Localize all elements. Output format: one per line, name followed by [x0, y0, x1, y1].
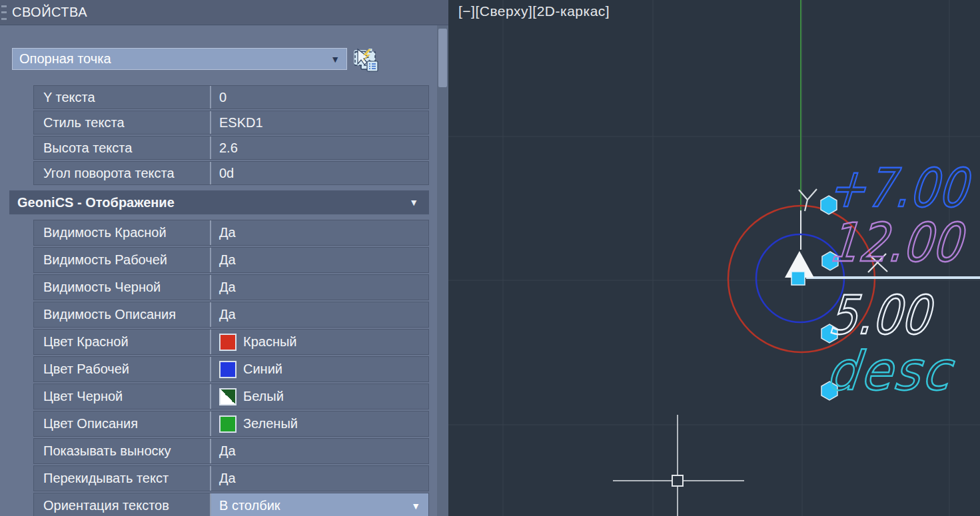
property-value[interactable]: Зеленый — [211, 411, 428, 436]
palette-scrollbar[interactable] — [437, 25, 448, 516]
property-value[interactable]: Синий — [211, 357, 428, 382]
property-row[interactable]: Видимость ОписанияДа — [33, 302, 429, 328]
property-row[interactable]: Высота текста2.6 — [33, 136, 429, 160]
property-label: Показывать выноску — [34, 439, 211, 463]
section-header[interactable]: GeoniCS - Отображение▼ — [9, 190, 429, 214]
y-axis-glyph — [799, 189, 817, 211]
crosshair-cursor — [613, 415, 744, 516]
property-label: Видимость Описания — [34, 302, 211, 327]
property-row[interactable]: Цвет КраснойКрасный — [33, 329, 429, 355]
viewport-controls-label[interactable]: [−][Сверху][2D-каркас] — [458, 3, 610, 19]
palette-toolbar — [352, 47, 436, 75]
drawing-viewport[interactable]: [−][Сверху][2D-каркас] +7.00 12.00 5.00 … — [448, 0, 980, 516]
property-value[interactable]: Да — [211, 220, 428, 245]
property-label: Видимость Черной — [34, 275, 211, 300]
property-row[interactable]: Цвет ЧернойБелый — [33, 384, 429, 409]
property-value[interactable]: ESKD1 — [211, 111, 428, 134]
palette-grip-icon[interactable] — [1, 5, 7, 20]
property-value[interactable]: Да — [211, 466, 428, 491]
palette-title: СВОЙСТВА — [12, 5, 87, 20]
property-value[interactable]: Да — [211, 275, 428, 300]
property-row[interactable]: Видимость ЧернойДа — [33, 274, 429, 300]
property-label: Цвет Рабочей — [34, 357, 211, 382]
property-label: Y текста — [34, 86, 211, 109]
property-row[interactable]: Показывать выноскуДа — [33, 438, 429, 464]
property-label: Перекидывать текст — [34, 466, 211, 491]
object-type-select[interactable]: Опорная точка ▼ — [12, 48, 347, 70]
property-row[interactable]: Стиль текстаESKD1 — [33, 111, 429, 134]
quick-select-icon[interactable] — [381, 47, 407, 75]
elevation-text-red[interactable]: +7.00 — [826, 162, 970, 215]
property-value[interactable]: 0 — [211, 86, 428, 109]
property-label: Угол поворота текста — [34, 162, 211, 184]
property-label: Видимость Рабочей — [34, 248, 211, 272]
color-swatch — [219, 334, 237, 351]
property-value[interactable]: 2.6 — [211, 136, 428, 159]
property-value[interactable]: Да — [211, 302, 428, 327]
application-window: СВОЙСТВА Опорная точка ▼ — [0, 0, 980, 516]
color-swatch — [219, 361, 237, 378]
property-row[interactable]: Угол поворота текста0d — [33, 161, 429, 185]
elevation-text-work[interactable]: 12.00 — [827, 216, 965, 270]
property-row[interactable]: Y текста0 — [33, 85, 429, 109]
property-label: Видимость Красной — [34, 220, 211, 245]
property-row[interactable]: Видимость РабочейДа — [33, 247, 429, 273]
property-grid: Y текста0Стиль текстаESKD1Высота текста2… — [33, 85, 429, 516]
property-label: Цвет Описания — [34, 411, 211, 436]
property-label: Высота текста — [34, 136, 211, 159]
square-grip[interactable] — [791, 272, 805, 285]
select-objects-icon[interactable] — [410, 47, 436, 75]
property-value[interactable]: Красный — [211, 330, 428, 354]
property-value[interactable]: Да — [211, 248, 428, 272]
property-row[interactable]: Ориентация текстовВ столбик▼ — [33, 493, 429, 516]
object-type-value: Опорная точка — [19, 51, 330, 67]
property-value[interactable]: Да — [211, 439, 428, 463]
chevron-down-icon: ▼ — [330, 54, 340, 65]
color-swatch — [219, 415, 237, 433]
section-title: GeoniCS - Отображение — [17, 195, 409, 210]
palette-titlebar[interactable]: СВОЙСТВА — [0, 0, 448, 25]
properties-palette: СВОЙСТВА Опорная точка ▼ — [0, 0, 448, 516]
property-label: Стиль текста — [34, 111, 211, 134]
color-swatch — [219, 388, 237, 405]
property-label: Цвет Красной — [34, 330, 211, 354]
property-row[interactable]: Цвет ОписанияЗеленый — [33, 411, 429, 437]
elevation-text-black[interactable]: 5.00 — [827, 289, 933, 342]
property-value[interactable]: 0d — [211, 162, 428, 184]
chevron-down-icon: ▼ — [411, 501, 420, 511]
scrollbar-thumb[interactable] — [438, 29, 447, 87]
property-row[interactable]: Цвет РабочейСиний — [33, 356, 429, 382]
property-label: Цвет Черной — [34, 384, 211, 409]
description-text[interactable]: desc — [824, 345, 955, 398]
chevron-down-icon: ▼ — [409, 197, 418, 208]
property-value[interactable]: Белый — [211, 384, 428, 409]
property-row[interactable]: Видимость КраснойДа — [33, 220, 429, 246]
property-row[interactable]: Перекидывать текстДа — [33, 465, 429, 491]
property-label: Ориентация текстов — [34, 493, 211, 516]
property-value-dropdown[interactable]: В столбик▼ — [211, 493, 428, 516]
